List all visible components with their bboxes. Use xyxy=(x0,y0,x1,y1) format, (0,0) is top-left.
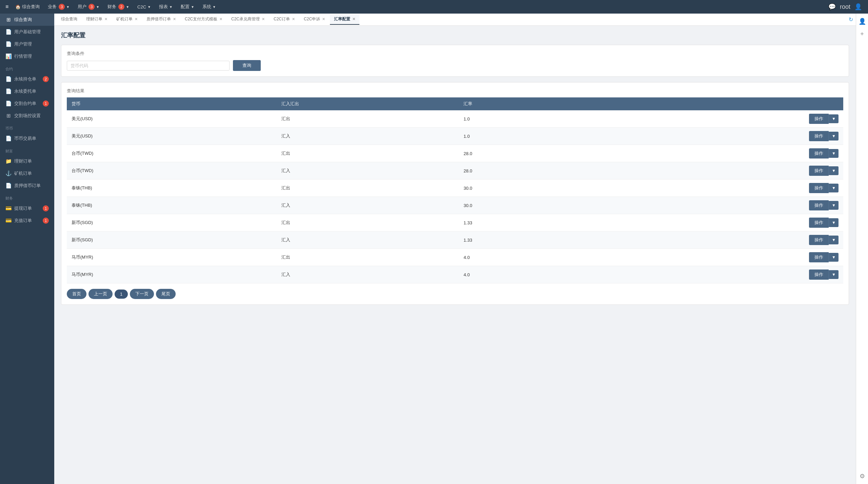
page-last-button[interactable]: 尾页 xyxy=(156,289,176,299)
tab-pledge-orders[interactable]: 质押借币订单 ✕ xyxy=(142,14,180,25)
withdraw-badge: 1 xyxy=(43,205,49,211)
action-dropdown-9[interactable]: ▼ xyxy=(829,270,839,279)
nav-item-c2c[interactable]: C2C ▼ xyxy=(134,3,154,11)
nav-item-dashboard[interactable]: 🏠 综合查询 xyxy=(12,2,43,11)
sidebar-item-deposit[interactable]: 💳 充值订单 1 xyxy=(0,215,54,227)
cell-currency: 美元(USD) xyxy=(67,128,277,145)
tab-close-c2c-merchant[interactable]: ✕ xyxy=(262,17,265,21)
tab-close-pledge[interactable]: ✕ xyxy=(173,17,176,21)
sidebar-section-contract-label: 合约 xyxy=(0,62,54,73)
sidebar-section-coin-label: 币币 xyxy=(0,122,54,132)
nav-item-reports[interactable]: 报表 ▼ xyxy=(156,2,176,11)
action-dropdown-6[interactable]: ▼ xyxy=(829,218,839,227)
action-button-5[interactable]: 操作 xyxy=(809,200,829,210)
menu-toggle-icon[interactable]: ≡ xyxy=(3,2,11,12)
finance-badge: 2 xyxy=(118,4,124,10)
tab-wealth-orders[interactable]: 理财订单 ✕ xyxy=(82,14,112,25)
cell-currency: 台币(TWD) xyxy=(67,162,277,180)
settings-icon[interactable]: ⚙ xyxy=(858,471,866,481)
cell-rate: 28.0 xyxy=(459,162,581,180)
tab-close-c2c-appeal[interactable]: ✕ xyxy=(322,17,325,21)
tab-miner-orders[interactable]: 矿机订单 ✕ xyxy=(112,14,142,25)
table-row: 泰铢(THB) 汇出 30.0 操作 ▼ xyxy=(67,180,843,197)
sidebar-item-perpetual-order[interactable]: 📄 永续委托单 xyxy=(0,85,54,97)
tab-close-c2c-order[interactable]: ✕ xyxy=(292,17,295,21)
right-panel: 👤 + ⚙ xyxy=(856,14,868,484)
sidebar-item-market[interactable]: 📊 行情管理 xyxy=(0,50,54,62)
action-button-6[interactable]: 操作 xyxy=(809,218,829,228)
refresh-icon[interactable]: ↻ xyxy=(849,16,853,23)
tab-exchange-rate[interactable]: 汇率配置 ✕ xyxy=(330,14,359,25)
nav-item-config[interactable]: 配置 ▼ xyxy=(177,2,198,11)
deposit-icon: 💳 xyxy=(5,218,12,224)
action-button-0[interactable]: 操作 xyxy=(809,114,829,124)
nav-item-finance[interactable]: 财务 2 ▼ xyxy=(104,2,133,11)
action-dropdown-1[interactable]: ▼ xyxy=(829,132,839,141)
action-button-9[interactable]: 操作 xyxy=(809,269,829,280)
page-first-button[interactable]: 首页 xyxy=(67,289,86,299)
sidebar-item-coin-trade[interactable]: 📄 币币交易单 xyxy=(0,132,54,145)
pledge-order-icon: 📄 xyxy=(5,183,12,189)
tab-c2c-payment[interactable]: C2C支付方式模板 ✕ xyxy=(181,14,226,25)
table-body: 美元(USD) 汇出 1.0 操作 ▼ 美元(USD) 汇入 1.0 操作 ▼ … xyxy=(67,110,843,283)
add-icon[interactable]: + xyxy=(859,29,865,39)
delivery-order-icon: 📄 xyxy=(5,100,12,107)
sidebar-item-wealth-order[interactable]: 📁 理财订单 xyxy=(0,155,54,167)
action-dropdown-4[interactable]: ▼ xyxy=(829,184,839,192)
tab-c2c-merchant[interactable]: C2C承兑商管理 ✕ xyxy=(227,14,269,25)
action-dropdown-3[interactable]: ▼ xyxy=(829,166,839,175)
currency-code-input[interactable] xyxy=(67,61,230,71)
user-mgmt-icon: 📄 xyxy=(5,41,12,47)
action-button-4[interactable]: 操作 xyxy=(809,183,829,193)
perpetual-order-icon: 📄 xyxy=(5,88,12,94)
page-next-button[interactable]: 下一页 xyxy=(130,289,154,299)
action-dropdown-7[interactable]: ▼ xyxy=(829,236,839,244)
business-badge: 3 xyxy=(59,4,65,10)
sidebar-item-dashboard[interactable]: ⊞ 综合查询 xyxy=(0,14,54,26)
table-row: 新币(SGD) 汇出 1.33 操作 ▼ xyxy=(67,214,843,231)
cell-rate: 1.0 xyxy=(459,110,581,128)
tab-close-c2c-pay[interactable]: ✕ xyxy=(219,17,222,21)
cell-direction: 汇入 xyxy=(277,231,459,249)
col-action xyxy=(582,97,843,110)
sidebar-item-user-management[interactable]: 📄 用户管理 xyxy=(0,38,54,50)
table-row: 美元(USD) 汇入 1.0 操作 ▼ xyxy=(67,128,843,145)
action-dropdown-2[interactable]: ▼ xyxy=(829,149,839,158)
avatar-icon[interactable]: 👤 xyxy=(857,16,867,26)
action-button-1[interactable]: 操作 xyxy=(809,131,829,141)
action-dropdown-8[interactable]: ▼ xyxy=(829,253,839,262)
action-button-2[interactable]: 操作 xyxy=(809,148,829,159)
search-row: 查询 xyxy=(67,60,843,71)
users-chevron: ▼ xyxy=(96,5,99,9)
tab-close-wealth[interactable]: ✕ xyxy=(104,17,107,21)
sidebar-item-user-basic[interactable]: 📄 用户基础管理 xyxy=(0,26,54,38)
action-button-3[interactable]: 操作 xyxy=(809,166,829,176)
sidebar-item-perpetual-position[interactable]: 📄 永续持仓单 2 xyxy=(0,73,54,85)
action-button-7[interactable]: 操作 xyxy=(809,235,829,245)
top-navigation: ≡ 🏠 综合查询 业务 3 ▼ 用户 3 ▼ 财务 2 ▼ C2C ▼ 报表 ▼… xyxy=(0,0,868,14)
page-current-button[interactable]: 1 xyxy=(115,290,128,299)
action-dropdown-5[interactable]: ▼ xyxy=(829,201,839,210)
nav-item-system[interactable]: 系统 ▼ xyxy=(199,2,219,11)
sidebar-item-pledge-order[interactable]: 📄 质押借币订单 xyxy=(0,180,54,192)
page-prev-button[interactable]: 上一页 xyxy=(88,289,113,299)
sidebar-item-withdraw[interactable]: 💳 提现订单 1 xyxy=(0,202,54,215)
sidebar-item-delivery-settings[interactable]: ⊞ 交割场控设置 xyxy=(0,110,54,122)
action-button-8[interactable]: 操作 xyxy=(809,252,829,262)
tab-dashboard[interactable]: 综合查询 xyxy=(57,14,81,25)
deposit-badge: 1 xyxy=(43,218,49,224)
sidebar-item-miner-order[interactable]: ⚓ 矿机订单 xyxy=(0,167,54,180)
chat-icon[interactable]: 💬 xyxy=(828,3,836,11)
search-button[interactable]: 查询 xyxy=(233,60,261,71)
tab-close-exchange[interactable]: ✕ xyxy=(352,17,355,21)
sidebar-item-delivery-order[interactable]: 📄 交割合约单 1 xyxy=(0,97,54,110)
user-label[interactable]: root xyxy=(840,3,850,11)
user-avatar-icon[interactable]: 👤 xyxy=(854,3,862,11)
nav-item-business[interactable]: 业务 3 ▼ xyxy=(44,2,73,11)
tab-close-miner[interactable]: ✕ xyxy=(135,17,138,21)
nav-item-users[interactable]: 用户 3 ▼ xyxy=(74,2,103,11)
action-dropdown-0[interactable]: ▼ xyxy=(829,114,839,123)
tab-c2c-appeal[interactable]: C2C申诉 ✕ xyxy=(300,14,329,25)
tab-c2c-order[interactable]: C2C订单 ✕ xyxy=(270,14,299,25)
cell-direction: 汇出 xyxy=(277,180,459,197)
